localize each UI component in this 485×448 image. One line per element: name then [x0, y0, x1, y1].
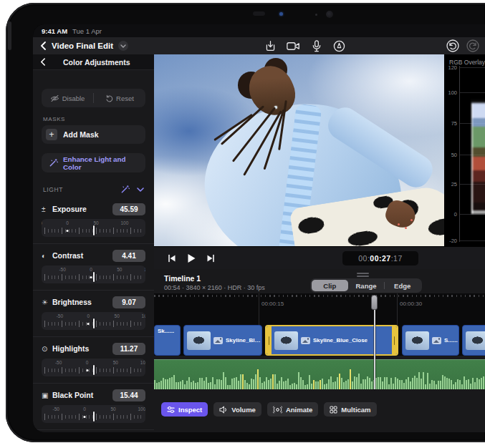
slider-name: Contrast — [52, 251, 112, 260]
slider-ruler[interactable]: -50 0 50 100 — [42, 312, 145, 330]
slider-value[interactable]: 9.07 — [112, 296, 145, 308]
add-mask-label: Add Mask — [63, 130, 99, 139]
disable-label: Disable — [62, 94, 85, 102]
zero-dot — [87, 323, 90, 325]
reset-button[interactable]: Reset — [94, 94, 145, 102]
skip-forward-icon[interactable] — [203, 250, 219, 266]
waveform-bar — [393, 384, 394, 389]
pencil-draw-icon[interactable] — [332, 39, 346, 53]
multicam-button[interactable]: Multicam — [324, 402, 376, 417]
slider-ruler[interactable]: -50 0 50 100 — [42, 219, 145, 237]
clips-track: Sk...... Skyline_Blue_Wide Skyline_Blue_… — [154, 325, 485, 356]
timeline-name: Timeline 1 — [164, 274, 201, 283]
value-cursor[interactable] — [93, 272, 95, 282]
clip-label: Skyline_Blue_Close — [313, 337, 368, 344]
waveform-bar — [294, 383, 295, 389]
skip-back-icon[interactable] — [164, 250, 180, 266]
timeline-meta: 00:54 · 3840 × 2160 · HDR · 30 fps — [164, 284, 265, 291]
slider-value[interactable]: 4.41 — [112, 250, 145, 262]
wand-small-icon[interactable] — [120, 185, 130, 194]
waveform-bar — [464, 376, 465, 389]
slider-value[interactable]: 11.27 — [112, 343, 145, 355]
disable-button[interactable]: Disable — [42, 94, 93, 102]
waveform-bar — [165, 379, 166, 389]
timeline-ruler[interactable]: 00:00:15 00:00:30 — [154, 293, 485, 325]
waveform-bar — [197, 382, 198, 389]
value-cursor[interactable] — [93, 225, 95, 235]
scope-axis-label: 50 — [446, 152, 457, 158]
waveform-bar — [427, 373, 428, 389]
mode-edge[interactable]: Edge — [384, 280, 421, 291]
slider-ruler[interactable]: -50 0 50 100 — [42, 266, 145, 283]
clip-thumbnail — [466, 331, 485, 350]
add-mask-button[interactable]: + Add Mask — [42, 125, 145, 144]
ruler-time-label: 00:00:15 — [261, 301, 284, 307]
waveform-bar — [352, 381, 353, 389]
ruler-label: 100 — [120, 220, 128, 225]
waveform-bar — [371, 381, 373, 389]
clip-thumbnail — [187, 331, 211, 350]
timecode-display[interactable]: 00:00:27:17 — [342, 251, 418, 266]
multicam-grid-icon — [330, 406, 337, 414]
clip-skyline-blue-wide[interactable]: Skyline_Blue_Wide — [183, 325, 262, 356]
waveform-bar — [203, 381, 205, 389]
video-camera-icon[interactable] — [287, 39, 300, 53]
mode-clip[interactable]: Clip — [312, 280, 348, 291]
scope-gridline — [459, 214, 485, 215]
waveform-bar — [169, 378, 171, 389]
undo-icon[interactable] — [446, 39, 459, 52]
inspect-button[interactable]: Inspect — [161, 402, 208, 417]
black-point-icon: ▣ — [42, 391, 52, 399]
waveform-bar — [231, 379, 233, 389]
back-icon[interactable] — [36, 39, 50, 53]
volume-button[interactable]: Volume — [213, 402, 261, 417]
mode-range[interactable]: Range — [348, 280, 385, 291]
playhead-handle[interactable] — [371, 295, 378, 310]
slider-ruler[interactable]: -50 0 50 100 — [42, 359, 145, 376]
clip-skyline-1[interactable]: Sk...... — [154, 325, 181, 356]
trim-handle-left[interactable] — [266, 326, 272, 354]
enhance-label: Enhance Light and Color — [63, 155, 145, 171]
scope-axis-label: 75 — [446, 120, 457, 127]
waveform-bar — [246, 383, 248, 389]
clip-skyline-2[interactable]: S...... — [402, 325, 459, 356]
play-icon[interactable] — [183, 250, 199, 266]
value-cursor[interactable] — [93, 412, 95, 422]
project-menu-chevron-icon[interactable] — [118, 41, 128, 51]
top-toolbar — [264, 37, 346, 54]
clip-skyline-blue-close-selected[interactable]: Skyline_Blue_Close — [265, 325, 398, 356]
panel-drag-handle[interactable] — [357, 273, 369, 274]
project-title[interactable]: Video Final Edit — [52, 42, 113, 50]
waveform-bar — [416, 378, 418, 389]
value-cursor[interactable] — [93, 365, 95, 375]
panel-back-icon[interactable] — [36, 55, 50, 69]
waveform-bar — [238, 381, 239, 389]
slider-value[interactable]: 15.44 — [112, 389, 145, 401]
photo-icon — [432, 337, 441, 344]
clip-label: Sk...... — [158, 328, 174, 334]
slider-ruler[interactable]: -50 0 50 100 — [42, 405, 145, 423]
microphone-icon[interactable] — [309, 39, 323, 53]
import-icon[interactable] — [264, 39, 277, 53]
timecode-frames: :17 — [391, 254, 403, 263]
collapse-chevron-icon[interactable] — [137, 188, 144, 192]
waveform-bar — [399, 380, 400, 389]
scope-axis-label: 120 — [446, 64, 457, 71]
masks-section-label: MASKS — [43, 116, 65, 122]
waveform-bar — [350, 369, 351, 389]
value-cursor[interactable] — [93, 318, 95, 328]
slider-name: Exposure — [52, 205, 112, 213]
audio-waveform-track[interactable] — [154, 359, 485, 389]
animate-button[interactable]: Animate — [267, 402, 318, 417]
waveform-bar — [322, 379, 323, 389]
waveform-bar — [191, 382, 192, 389]
redo-icon[interactable] — [466, 39, 479, 52]
clip-skyline-3[interactable] — [462, 325, 485, 356]
video-preview[interactable] — [154, 54, 444, 246]
contrast-icon: ◐ — [42, 252, 52, 260]
enhance-light-color-button[interactable]: Enhance Light and Color — [42, 153, 145, 172]
transport-bar: 00:00:27:17 — [154, 246, 485, 269]
slider-value[interactable]: 45.59 — [112, 203, 145, 215]
slider-contrast: ◐ Contrast 4.41 -50 0 50 100 — [33, 243, 154, 290]
trim-handle-right[interactable] — [392, 326, 397, 354]
